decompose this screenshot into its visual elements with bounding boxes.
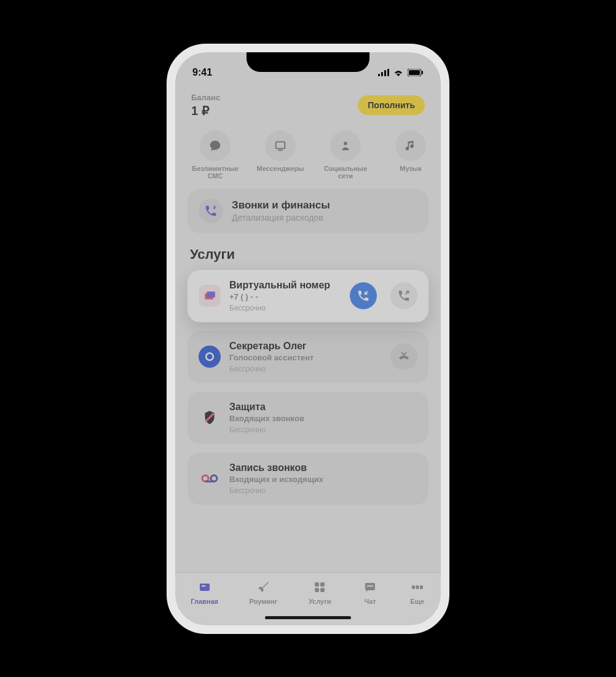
chip-messengers[interactable]: Мессенджеры bbox=[254, 130, 307, 180]
tab-roaming[interactable]: Роуминг bbox=[250, 579, 278, 605]
tab-chat[interactable]: Чат bbox=[362, 579, 378, 605]
music-icon bbox=[404, 139, 417, 152]
chip-label: Социальные сети bbox=[319, 165, 372, 180]
service-secretary[interactable]: Секретарь Олег Голосовой ассистент Бесср… bbox=[188, 331, 428, 383]
svg-rect-1 bbox=[381, 72, 383, 76]
missed-call-icon[interactable] bbox=[390, 343, 417, 370]
grid-icon bbox=[312, 579, 328, 595]
balance-block[interactable]: Баланс 1 ₽ bbox=[191, 93, 220, 118]
phone-ruble-icon: ₽ bbox=[199, 199, 223, 223]
service-call-recording[interactable]: Запись звонков Входящих и исходящих Бесс… bbox=[188, 453, 428, 505]
svg-rect-19 bbox=[320, 582, 325, 587]
svg-rect-26 bbox=[420, 585, 423, 589]
chat-icon bbox=[208, 139, 222, 152]
banner-title: Звонки и финансы bbox=[232, 199, 330, 212]
chip-social[interactable]: Социальные сети bbox=[319, 130, 372, 180]
service-footer: Бессрочно bbox=[229, 365, 382, 373]
shield-block-icon bbox=[199, 406, 221, 429]
service-footer: Бессрочно bbox=[229, 486, 417, 495]
service-title: Защита bbox=[229, 402, 417, 413]
service-subtitle: Входящих звонков bbox=[229, 414, 417, 423]
svg-rect-11 bbox=[207, 291, 215, 298]
status-time: 9:41 bbox=[192, 67, 212, 78]
phone-frame: 9:41 Баланс 1 ₽ Пополнить bbox=[167, 44, 449, 634]
chip-label: Мессенджеры bbox=[257, 165, 304, 173]
svg-rect-23 bbox=[367, 585, 373, 587]
svg-rect-25 bbox=[416, 585, 419, 589]
service-footer: Бессрочно bbox=[229, 426, 417, 434]
call-outgoing-button[interactable] bbox=[390, 282, 417, 309]
svg-rect-7 bbox=[276, 141, 285, 148]
balance-label: Баланс bbox=[191, 93, 220, 102]
cards-icon bbox=[199, 285, 221, 307]
more-icon bbox=[409, 579, 425, 595]
notch bbox=[247, 52, 369, 72]
service-subtitle: Входящих и исходящих bbox=[229, 475, 417, 484]
voicemail-icon bbox=[199, 467, 221, 489]
calls-finance-banner[interactable]: ₽ Звонки и финансы Детализация расходов bbox=[188, 189, 428, 233]
service-footer: Бессрочно bbox=[229, 304, 341, 312]
topup-button[interactable]: Пополнить bbox=[358, 95, 425, 115]
tab-services[interactable]: Услуги bbox=[309, 579, 331, 605]
svg-rect-21 bbox=[320, 588, 325, 592]
svg-rect-18 bbox=[315, 582, 319, 587]
chip-label: Музык bbox=[400, 165, 422, 173]
svg-point-8 bbox=[344, 141, 347, 145]
chip-label: Безлимитные СМС bbox=[189, 165, 242, 180]
signal-icon bbox=[378, 69, 389, 76]
tab-label: Чат bbox=[364, 598, 376, 605]
svg-rect-2 bbox=[384, 70, 386, 76]
svg-rect-3 bbox=[387, 69, 389, 76]
chip-sms[interactable]: Безлимитные СМС bbox=[189, 130, 242, 180]
svg-rect-24 bbox=[412, 585, 415, 589]
service-virtual-number[interactable]: Виртуальный номер +7 ( ) - - Бессрочно bbox=[188, 270, 428, 322]
messenger-icon bbox=[274, 139, 287, 152]
svg-rect-6 bbox=[422, 71, 423, 74]
letter-o-icon bbox=[199, 346, 221, 368]
wifi-icon bbox=[393, 69, 404, 76]
home-indicator[interactable] bbox=[265, 616, 351, 619]
banner-subtitle: Детализация расходов bbox=[232, 213, 330, 223]
svg-rect-16 bbox=[200, 584, 210, 591]
battery-icon bbox=[408, 69, 424, 76]
tab-more[interactable]: Еще bbox=[409, 579, 425, 605]
balance-value: 1 ₽ bbox=[191, 103, 220, 118]
service-title: Виртуальный номер bbox=[229, 280, 341, 291]
screen: 9:41 Баланс 1 ₽ Пополнить bbox=[175, 52, 441, 625]
service-subtitle: Голосовой ассистент bbox=[229, 353, 382, 362]
plane-icon bbox=[255, 579, 271, 595]
chat-tab-icon bbox=[362, 579, 378, 595]
balance-row: Баланс 1 ₽ Пополнить bbox=[188, 89, 428, 127]
service-title: Секретарь Олег bbox=[229, 341, 382, 352]
tab-home[interactable]: Главная bbox=[191, 579, 218, 605]
svg-text:₽: ₽ bbox=[213, 205, 216, 210]
service-subtitle: +7 ( ) - - bbox=[229, 292, 341, 301]
chip-music[interactable]: Музык bbox=[384, 130, 428, 180]
section-title: Услуги bbox=[188, 244, 428, 270]
status-indicators bbox=[378, 69, 424, 76]
service-protection[interactable]: Защита Входящих звонков Бессрочно bbox=[188, 392, 428, 444]
tab-label: Роуминг bbox=[250, 598, 278, 605]
svg-rect-17 bbox=[202, 585, 205, 587]
svg-rect-20 bbox=[315, 588, 319, 592]
category-chips[interactable]: Безлимитные СМС Мессенджеры Социальные с… bbox=[188, 127, 428, 189]
call-incoming-button[interactable] bbox=[350, 282, 377, 309]
tab-label: Еще bbox=[410, 598, 424, 605]
svg-point-12 bbox=[206, 353, 213, 360]
social-icon bbox=[339, 139, 352, 152]
svg-rect-5 bbox=[409, 70, 420, 75]
tab-label: Главная bbox=[191, 598, 218, 605]
home-icon bbox=[197, 579, 213, 595]
service-title: Запись звонков bbox=[229, 462, 417, 473]
svg-rect-0 bbox=[378, 74, 380, 76]
tab-label: Услуги bbox=[309, 598, 331, 605]
